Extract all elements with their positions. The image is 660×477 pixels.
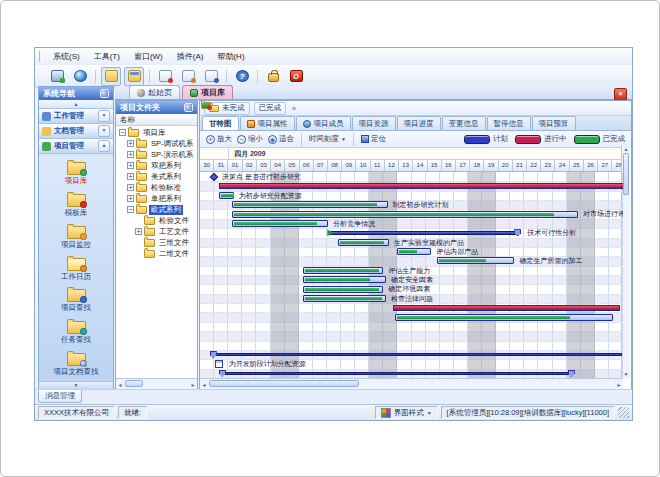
fit-button[interactable]: ◈适合: [268, 134, 294, 144]
tree-item-label[interactable]: 美式系列: [149, 172, 183, 182]
expand-plus-icon[interactable]: +: [127, 140, 134, 147]
folder-panel-button[interactable]: [124, 67, 144, 86]
tree-horizontal-scrollbar[interactable]: ◄ ►: [116, 378, 197, 389]
globe-button[interactable]: [70, 67, 90, 86]
sidebar-item-项目文档查找[interactable]: 项目文档查找: [39, 349, 113, 381]
menu-item-4[interactable]: 帮助(H): [211, 50, 250, 63]
filter-已完成[interactable]: 已完成: [254, 102, 287, 115]
gantt-summary-bar[interactable]: [328, 231, 517, 235]
tree-item-单把系列[interactable]: +单把系列: [116, 193, 197, 204]
tree-item-label[interactable]: 工艺文件: [157, 227, 191, 237]
chevron-up-icon[interactable]: ▲: [98, 140, 110, 152]
monitor-button[interactable]: [47, 67, 67, 86]
sidebar-section-工作管理[interactable]: 工作管理▼: [39, 109, 113, 124]
tree-item-label[interactable]: 单把系列: [149, 194, 183, 204]
help-button[interactable]: [232, 67, 252, 86]
tree-item-label[interactable]: SP-调试机系: [149, 139, 196, 149]
interface-style-dropdown[interactable]: 界面样式 ▼: [375, 406, 438, 419]
open-folder-button[interactable]: [101, 67, 121, 86]
sidebar-section-文档管理[interactable]: 文档管理▼: [39, 124, 113, 139]
gantt-summary-thin-bar[interactable]: [222, 372, 571, 375]
scrollbar-thumb[interactable]: [209, 380, 359, 387]
tree-item-label[interactable]: SP-演示机系: [149, 150, 196, 160]
gantt-task-bar[interactable]: [338, 239, 389, 246]
menu-item-0[interactable]: 系统(S): [47, 50, 86, 63]
tab-项目属性[interactable]: 项目属性: [240, 116, 295, 130]
tree-item-双把系列[interactable]: +双把系列: [116, 160, 197, 171]
power-button[interactable]: [286, 67, 306, 86]
gantt-task-bar[interactable]: [219, 192, 234, 199]
tree-item-SP-演示机系[interactable]: +SP-演示机系: [116, 149, 197, 160]
message-read-button[interactable]: [178, 67, 198, 86]
sidebar-item-项目监控[interactable]: 项目监控: [39, 222, 113, 254]
chevron-down-icon[interactable]: ▼: [98, 110, 110, 122]
sidebar-item-模板库[interactable]: 模板库: [39, 190, 113, 222]
tree-item-label[interactable]: 检验文件: [157, 216, 191, 226]
tree-item-工艺文件[interactable]: +工艺文件: [116, 226, 197, 237]
chevron-down-icon[interactable]: ▼: [98, 125, 110, 137]
tab-起始页[interactable]: 起始页: [129, 85, 180, 99]
menu-item-1[interactable]: 工具(T): [88, 50, 126, 63]
sidebar-collapse-strip[interactable]: ▲: [39, 100, 113, 109]
gantt-task-icon[interactable]: [215, 360, 223, 368]
gantt-task-bar[interactable]: [437, 257, 515, 264]
tree-item-欧式系列[interactable]: −欧式系列: [116, 204, 197, 215]
gantt-task-bar[interactable]: [397, 248, 431, 255]
tree-item-label[interactable]: 检验标准: [149, 183, 183, 193]
expand-plus-icon[interactable]: +: [135, 228, 142, 235]
scrollbar-thumb[interactable]: [623, 153, 629, 195]
sidebar-item-工作日历[interactable]: 工作日历: [39, 254, 113, 286]
tree-item-label[interactable]: 欧式系列: [149, 205, 183, 215]
tab-项目进度[interactable]: 项目进度: [397, 116, 441, 130]
tab-项目成员[interactable]: 项目成员: [296, 116, 351, 130]
gantt-chart-area[interactable]: 决策点 是否进行初步研究为初步研究分配资源制定初步研究计划对市场进行评估分析竞争…: [200, 172, 623, 378]
message-management-tab[interactable]: 消息管理: [38, 390, 82, 403]
tree-item-label[interactable]: 二维文件: [157, 249, 191, 259]
menu-grip[interactable]: [39, 51, 43, 62]
expand-plus-icon[interactable]: +: [127, 173, 134, 180]
tab-暂停信息[interactable]: 暂停信息: [487, 116, 531, 130]
gantt-task-bar[interactable]: [232, 211, 577, 218]
lock-button[interactable]: [263, 67, 283, 86]
resize-grip[interactable]: [618, 407, 629, 418]
overflow-chevron-icon[interactable]: »: [292, 105, 296, 112]
collapse-minus-icon[interactable]: −: [127, 206, 134, 213]
tree-column-header[interactable]: 名称: [116, 114, 197, 126]
expand-plus-icon[interactable]: +: [127, 184, 134, 191]
expand-plus-icon[interactable]: +: [127, 162, 134, 169]
gantt-task-bar[interactable]: [395, 314, 614, 321]
tab-项目库[interactable]: 项目库: [182, 85, 233, 99]
gantt-summary-thin-bar[interactable]: [213, 353, 622, 356]
gantt-task-bar[interactable]: [303, 286, 383, 293]
message-send-button[interactable]: [201, 67, 221, 86]
gantt-task-bar[interactable]: [303, 267, 383, 274]
tab-项目预算[interactable]: 项目预算: [532, 116, 576, 130]
gantt-task-bar[interactable]: [232, 220, 328, 227]
tree-item-检验标准[interactable]: +检验标准: [116, 182, 197, 193]
locate-button[interactable]: 定位: [361, 134, 386, 144]
sidebar-item-项目库[interactable]: 项目库: [39, 158, 113, 190]
sidebar-more-strip[interactable]: ▼: [39, 381, 113, 389]
tree-item-三维文件[interactable]: 三维文件: [116, 237, 197, 248]
collapse-minus-icon[interactable]: −: [119, 129, 126, 136]
tab-项目资源[interactable]: 项目资源: [352, 116, 396, 130]
menu-item-2[interactable]: 窗口(W): [128, 50, 169, 63]
scroll-down-icon[interactable]: ▼: [622, 370, 630, 379]
tree-item-二维文件[interactable]: 二维文件: [116, 248, 197, 259]
sidebar-item-任务查找[interactable]: 任务查找: [39, 317, 113, 349]
tab-变更信息[interactable]: 变更信息: [442, 116, 486, 130]
tree-item-检验文件[interactable]: 检验文件: [116, 215, 197, 226]
zoom-in-button[interactable]: +放大: [206, 134, 232, 144]
expand-plus-icon[interactable]: +: [127, 151, 134, 158]
gantt-task-bar[interactable]: [303, 276, 386, 283]
pin-icon[interactable]: [100, 89, 109, 98]
time-scale-dropdown[interactable]: 时间刻度▼: [309, 134, 346, 144]
sidebar-section-项目管理[interactable]: 项目管理▲: [39, 139, 113, 154]
pin-icon[interactable]: [184, 103, 193, 112]
tree-item-项目库[interactable]: −项目库: [116, 127, 197, 138]
tree-item-SP-调试机系[interactable]: +SP-调试机系: [116, 138, 197, 149]
scrollbar-thumb[interactable]: [125, 380, 143, 387]
tree-item-label[interactable]: 双把系列: [149, 161, 183, 171]
expand-plus-icon[interactable]: +: [127, 195, 134, 202]
gantt-task-bar[interactable]: [232, 201, 387, 208]
